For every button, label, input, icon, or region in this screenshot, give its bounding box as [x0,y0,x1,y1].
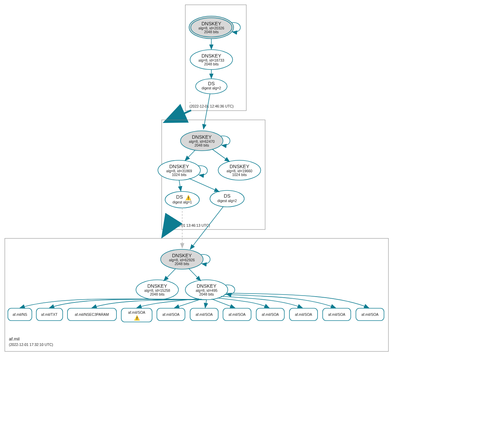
svg-text:digest alg=2: digest alg=2 [202,86,221,90]
svg-text:DNSKEY: DNSKEY [230,164,249,169]
zone-timestamp-afmil: (2022-12-01 17:32:10 UTC) [9,343,53,347]
node-mil-zsk-b: DNSKEY alg=8, id=19660 1024 bits [218,160,261,180]
svg-text:digest alg=2: digest alg=2 [218,199,237,203]
svg-text:af.mil/SOA: af.mil/SOA [328,312,345,316]
svg-text:DNSKEY: DNSKEY [201,53,221,59]
zone-name-root: . [189,99,191,104]
svg-text:af.mil/NSEC3PARAM: af.mil/NSEC3PARAM [75,312,109,316]
svg-text:DNSKEY: DNSKEY [201,21,221,26]
svg-text:digest alg=1: digest alg=1 [173,200,192,204]
node-mil-zsk-a: DNSKEY alg=8, id=31869 1024 bits [158,160,200,180]
svg-text:DNSKEY: DNSKEY [197,283,216,289]
svg-text:af.mil/TXT: af.mil/TXT [41,312,58,316]
node-af-zsk-b: DNSKEY alg=8, id=495 2048 bits [185,280,228,300]
node-mil-ds-b: DS digest alg=2 [210,190,244,207]
svg-text:af.mil/SOA: af.mil/SOA [361,312,379,316]
svg-text:af.mil/NS: af.mil/NS [13,312,27,316]
record-row: af.mil/NS af.mil/TXT af.mil/NSEC3PARAM a… [8,308,384,322]
svg-text:DNSKEY: DNSKEY [169,164,189,169]
zone-name-mil: mil [166,218,172,223]
svg-text:DS: DS [224,193,230,199]
svg-text:2048 bits: 2048 bits [204,62,219,66]
svg-text:DNSKEY: DNSKEY [192,134,212,140]
zone-name-afmil: af.mil [9,336,20,341]
svg-text:2048 bits: 2048 bits [199,292,214,296]
node-af-zsk-a: DNSKEY alg=8, id=15258 2048 bits [136,280,178,300]
svg-text:af.mil/SOA: af.mil/SOA [228,312,246,316]
svg-text:2048 bits: 2048 bits [150,292,165,296]
svg-text:af.mil/SOA: af.mil/SOA [196,312,213,316]
dnssec-chain-diagram: . (2022-12-01 12:46:36 UTC) DNSKEY alg=8… [0,0,496,448]
zone-timestamp-mil: (2022-12-01 13:46:13 UTC) [166,223,210,227]
svg-text:⚠️: ⚠️ [134,315,140,321]
node-mil-ksk: DNSKEY alg=8, id=62470 2048 bits [181,131,223,151]
node-root-ksk: DNSKEY alg=8, id=20326 2048 bits [189,16,234,39]
svg-text:DNSKEY: DNSKEY [147,283,167,289]
svg-text:af.mil/SOA: af.mil/SOA [262,312,279,316]
svg-text:af.mil/SOA: af.mil/SOA [128,310,145,314]
svg-text:DS: DS [176,194,183,200]
svg-text:2048 bits: 2048 bits [204,30,219,34]
svg-text:DNSKEY: DNSKEY [172,253,192,258]
svg-text:1024 bits: 1024 bits [172,173,187,177]
svg-text:1024 bits: 1024 bits [232,173,247,177]
node-root-zsk: DNSKEY alg=8, id=18733 2048 bits [190,50,233,70]
svg-text:af.mil/SOA: af.mil/SOA [295,312,312,316]
node-af-ksk: DNSKEY alg=8, id=62926 2048 bits [161,249,203,269]
svg-text:af.mil/SOA: af.mil/SOA [162,312,179,316]
node-mil-ds-a: DS ⚠️ digest alg=1 [165,191,199,208]
node-root-ds: DS digest alg=2 [196,79,227,94]
svg-text:DS: DS [208,81,214,86]
svg-text:2048 bits: 2048 bits [175,262,189,266]
zone-timestamp-root: (2022-12-01 12:46:36 UTC) [189,104,234,108]
svg-text:2048 bits: 2048 bits [195,143,209,147]
